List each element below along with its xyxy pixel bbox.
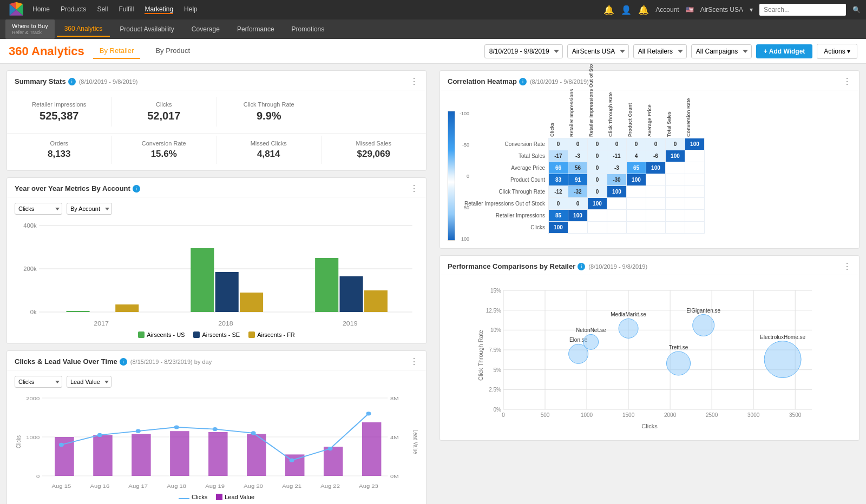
stat-label: Missed Sales — [324, 140, 424, 147]
svg-point-97 — [619, 319, 638, 338]
notification-icon[interactable]: 🔔 — [603, 5, 614, 15]
svg-text:Lead Value: Lead Value — [412, 430, 418, 454]
top-nav: Home Products Sell Fulfill Marketing Hel… — [0, 0, 866, 19]
svg-text:0M: 0M — [390, 474, 399, 479]
heatmap-header: Correlation Heatmap i (8/10/2019 - 9/8/2… — [440, 71, 859, 90]
yoy-group-select[interactable]: By AccountBy Product — [67, 203, 112, 215]
nav-marketing[interactable]: Marketing — [145, 5, 173, 14]
svg-text:4M: 4M — [390, 435, 399, 440]
account-label[interactable]: Account — [655, 6, 679, 14]
heatmap-title: Correlation Heatmap — [448, 77, 517, 85]
svg-text:Tretti.se: Tretti.se — [669, 344, 688, 350]
actions-button[interactable]: Actions ▾ — [817, 44, 857, 59]
svg-text:200k: 200k — [23, 266, 37, 272]
svg-point-95 — [583, 334, 599, 349]
user-icon[interactable]: 👤 — [621, 5, 632, 15]
add-widget-button[interactable]: + Add Widget — [756, 44, 812, 58]
clicks-lead-info-icon[interactable]: i — [120, 358, 127, 366]
svg-point-46 — [251, 431, 256, 435]
svg-rect-15 — [191, 248, 214, 312]
region-chevron[interactable]: ▾ — [750, 6, 753, 14]
settings-icon[interactable]: 🔔 — [638, 5, 649, 15]
stat-label: Orders — [9, 140, 109, 147]
heatmap-card: Correlation Heatmap i (8/10/2019 - 9/8/2… — [439, 70, 860, 249]
svg-text:0k: 0k — [30, 309, 37, 315]
performance-date: (8/10/2019 - 9/8/2019) — [588, 263, 647, 270]
clicks-lead-card: Clicks & Lead Value Over Time i (8/15/20… — [6, 350, 427, 504]
stat-value: 8,133 — [9, 149, 109, 160]
svg-text:Aug 16: Aug 16 — [90, 484, 109, 489]
account-select[interactable]: AirScents USA — [567, 44, 629, 58]
nav-fulfill[interactable]: Fulfill — [119, 5, 134, 14]
heatmap-info-icon[interactable]: i — [519, 78, 527, 85]
sub-nav: Where to Buy Refer & Track 360 Analytics… — [0, 19, 866, 39]
summary-info-icon[interactable]: i — [68, 78, 76, 85]
legend-item: Lead Value — [216, 494, 254, 500]
subnav-promotions[interactable]: Promotions — [284, 22, 332, 36]
svg-rect-20 — [339, 276, 363, 312]
tab-by-product[interactable]: By Product — [149, 43, 196, 59]
where-to-buy-btn[interactable]: Where to Buy Refer & Track — [5, 19, 55, 39]
search-input[interactable] — [759, 4, 846, 16]
svg-rect-35 — [170, 431, 189, 476]
svg-text:400k: 400k — [23, 223, 37, 229]
svg-text:Aug 19: Aug 19 — [205, 484, 225, 489]
svg-text:Aug 21: Aug 21 — [282, 484, 301, 489]
stat-cell-2: Missed Clicks4,814 — [216, 136, 322, 164]
nav-home[interactable]: Home — [32, 5, 50, 14]
performance-info-icon[interactable]: i — [578, 263, 585, 270]
main-content: Summary Stats i (8/10/2019 - 9/8/2019) ⋮… — [0, 64, 866, 504]
yoy-chart-menu[interactable]: ⋮ — [410, 183, 418, 194]
svg-point-42 — [97, 433, 102, 437]
svg-text:0: 0 — [36, 474, 40, 479]
heatmap-date: (8/10/2019 - 9/8/2019) — [530, 78, 589, 85]
left-column: Summary Stats i (8/10/2019 - 9/8/2019) ⋮… — [0, 64, 433, 504]
svg-point-99 — [693, 315, 714, 336]
stat-label: Conversion Rate — [114, 140, 214, 147]
nav-products[interactable]: Products — [61, 5, 86, 14]
nav-sell[interactable]: Sell — [97, 5, 108, 14]
date-range-select[interactable]: 8/10/2019 - 9/8/2019 — [484, 44, 563, 58]
summary-stats-menu[interactable]: ⋮ — [410, 76, 418, 87]
yoy-metric-select[interactable]: ClicksImpressionsOrders — [15, 203, 62, 215]
yoy-info-icon[interactable]: i — [133, 185, 140, 193]
performance-menu[interactable]: ⋮ — [843, 261, 851, 271]
scatter-chart: 0%2.5%5%7.5%10%12.5%15%05001000150020002… — [448, 280, 851, 431]
svg-text:2000: 2000 — [26, 396, 40, 401]
svg-point-45 — [213, 427, 218, 431]
subnav-coverage[interactable]: Coverage — [184, 22, 227, 36]
clicks-metric-select[interactable]: ClicksImpressions — [15, 376, 62, 388]
svg-rect-34 — [132, 434, 150, 476]
clicks-lead-controls: ClicksImpressions Lead ValueSales — [15, 376, 418, 388]
subnav-360analytics[interactable]: 360 Analytics — [57, 22, 110, 37]
legend-item: Clicks — [179, 494, 207, 500]
clicks-lead-title: Clicks & Lead Value Over Time — [15, 357, 117, 366]
legend-item: Airscents - US — [138, 331, 185, 338]
svg-rect-36 — [208, 432, 227, 476]
lead-value-select[interactable]: Lead ValueSales — [67, 376, 111, 388]
heatmap-menu[interactable]: ⋮ — [843, 76, 851, 87]
nav-help[interactable]: Help — [184, 5, 198, 14]
stat-cell: Retailer Impressions525,387 — [7, 97, 112, 127]
svg-text:Clicks: Clicks — [15, 435, 22, 448]
subnav-product-availability[interactable]: Product Availability — [112, 22, 182, 36]
campaign-select[interactable]: All Campaigns — [691, 44, 752, 58]
subnav-performance[interactable]: Performance — [229, 22, 282, 36]
region-label[interactable]: AirScents USA — [700, 6, 743, 14]
stat-label: Retailer Impressions — [9, 101, 109, 108]
retailer-select[interactable]: All Retailers — [633, 44, 687, 58]
stat-value: 525,387 — [9, 110, 109, 122]
page-header-right: 8/10/2019 - 9/8/2019 AirScents USA All R… — [484, 44, 857, 59]
svg-text:Aug 17: Aug 17 — [128, 484, 148, 489]
performance-content: 0%2.5%5%7.5%10%12.5%15%05001000150020002… — [440, 275, 859, 440]
yoy-chart-header: Year over Year Metrics By Account i ⋮ — [7, 178, 426, 197]
svg-text:Click Through Rate: Click Through Rate — [477, 330, 484, 381]
svg-text:1000: 1000 — [581, 412, 593, 418]
page-title: 360 Analytics — [9, 44, 84, 58]
clicks-lead-menu[interactable]: ⋮ — [410, 356, 418, 367]
summary-stats-date: (8/10/2019 - 9/8/2019) — [79, 78, 138, 85]
summary-stats-grid2: Orders8,133Conversion Rate15.6%Missed Cl… — [7, 133, 426, 170]
search-icon[interactable]: 🔍 — [852, 6, 861, 14]
svg-rect-16 — [215, 272, 239, 312]
tab-by-retailer[interactable]: By Retailer — [93, 43, 141, 59]
